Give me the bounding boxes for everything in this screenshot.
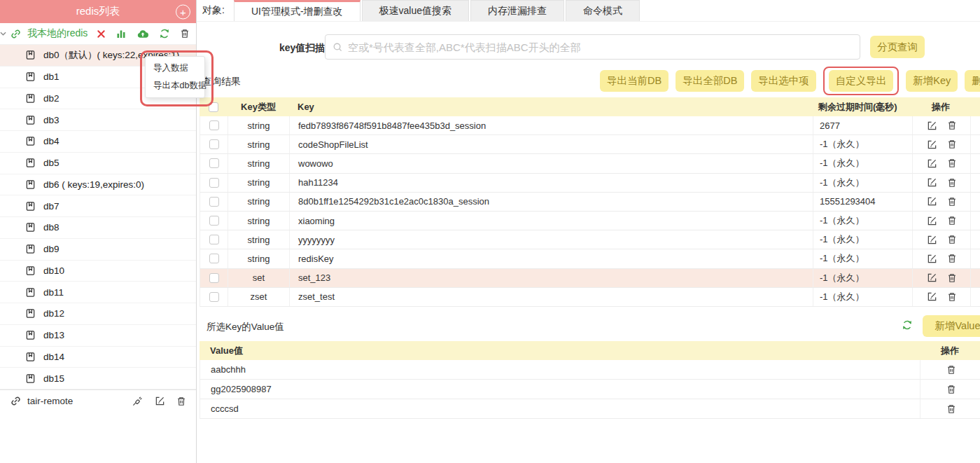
refresh-icon[interactable] — [159, 28, 170, 39]
chevron-down-icon[interactable] — [0, 32, 6, 36]
edit-icon[interactable] — [927, 196, 937, 207]
export-selected-button[interactable]: 导出选中项 — [751, 70, 816, 92]
trash-icon[interactable] — [947, 158, 957, 169]
value-ops-cell — [920, 360, 980, 379]
db-label: db5 — [43, 158, 59, 168]
table-row[interactable]: string8d0b1ff1e1254292b31c1e2ac0c1830a_s… — [200, 193, 980, 212]
sidebar-db-item[interactable]: db5 — [0, 153, 196, 174]
edit-icon[interactable] — [927, 120, 937, 131]
value-row[interactable]: aabchhh — [200, 360, 980, 380]
add-connection-button[interactable]: + — [176, 4, 190, 19]
table-row[interactable]: stringxiaoming-1（永久） — [200, 212, 980, 230]
tab-ui-manage-mode[interactable]: UI管理模式-增删查改 — [234, 0, 360, 21]
table-row[interactable]: stringwowowo-1（永久） — [200, 154, 980, 173]
trash-icon[interactable] — [947, 215, 957, 226]
connect-icon[interactable] — [132, 395, 144, 407]
edit-icon[interactable] — [155, 396, 165, 406]
popup-item-export-db-data[interactable]: 导出本db数据 — [146, 80, 204, 92]
value-table: Value值 操作 aabchhhgg2025908987ccccsd — [200, 341, 980, 419]
paginate-query-button[interactable]: 分页查询 — [870, 36, 925, 58]
row-checkbox[interactable] — [209, 158, 219, 168]
table-row[interactable]: stringredisKey-1（永久） — [200, 249, 980, 268]
trash-icon[interactable] — [947, 120, 957, 131]
row-checkbox[interactable] — [209, 292, 219, 302]
db-label: db14 — [43, 352, 64, 362]
trash-icon[interactable] — [947, 177, 957, 188]
edit-icon[interactable] — [927, 254, 937, 264]
row-checkbox[interactable] — [209, 178, 219, 188]
key-type-cell: string — [228, 135, 290, 153]
table-row[interactable]: stringfedb7893f86748f591b8487fee435b3d_s… — [200, 116, 980, 135]
add-key-button[interactable]: 新增Key — [906, 70, 958, 92]
trash-icon[interactable] — [947, 234, 957, 245]
row-checkbox[interactable] — [209, 120, 219, 130]
edit-icon[interactable] — [927, 291, 937, 302]
trash-icon[interactable] — [947, 253, 957, 264]
export-all-db-button[interactable]: 导出全部DB — [676, 70, 744, 92]
trash-icon[interactable] — [947, 272, 957, 284]
table-row[interactable]: stringyyyyyyyy-1（永久） — [200, 230, 980, 249]
tab-fast-value-search[interactable]: 极速value值搜索 — [362, 0, 469, 21]
db-label: db2 — [43, 93, 59, 104]
sidebar-db-item[interactable]: db6 ( keys:19,expires:0) — [0, 174, 196, 196]
row-checkbox[interactable] — [209, 235, 219, 244]
sidebar-db-item[interactable]: db15 — [0, 368, 196, 389]
sidebar-title: redis列表 — [76, 5, 120, 18]
chart-icon[interactable] — [115, 28, 127, 39]
ttl-cell: -1（永久） — [813, 288, 912, 306]
table-row[interactable]: setset_123-1（永久） — [200, 269, 980, 288]
db-label: db15 — [43, 373, 64, 384]
edit-icon[interactable] — [927, 158, 937, 169]
value-row[interactable]: gg2025908987 — [200, 380, 980, 399]
table-row[interactable]: stringcodeShopFileList-1（永久） — [200, 135, 980, 154]
export-current-db-button[interactable]: 导出当前DB — [600, 70, 668, 92]
key-type-cell: set — [228, 269, 290, 287]
trash-icon[interactable] — [947, 196, 957, 207]
row-checkbox[interactable] — [209, 273, 219, 283]
key-scan-input[interactable] — [348, 41, 853, 53]
edit-icon[interactable] — [927, 216, 937, 226]
trash-icon[interactable] — [180, 28, 190, 39]
sidebar-db-item[interactable]: db10 — [0, 261, 196, 282]
refresh-values-icon[interactable] — [902, 319, 913, 331]
row-checkbox[interactable] — [209, 216, 219, 226]
sidebar-db-item[interactable]: db11 — [0, 282, 196, 303]
trash-icon[interactable] — [947, 139, 957, 150]
close-icon[interactable] — [97, 29, 106, 39]
sidebar-db-item[interactable]: db9 — [0, 239, 196, 261]
edit-icon[interactable] — [927, 139, 937, 150]
table-row[interactable]: stringhah11234-1（永久） — [200, 174, 980, 193]
sidebar-db-item[interactable]: db12 — [0, 303, 196, 325]
trash-icon[interactable] — [947, 291, 957, 303]
sidebar-db-item[interactable]: db7 — [0, 195, 196, 217]
tab-command-mode[interactable]: 命令模式 — [566, 0, 640, 21]
row-checkbox[interactable] — [209, 139, 219, 149]
tair-connection-row[interactable]: tair-remote — [0, 389, 196, 412]
tab-memory-leak-check[interactable]: 内存泄漏排查 — [470, 0, 564, 21]
sidebar-db-item[interactable]: db14 — [0, 347, 196, 368]
sidebar-db-item[interactable]: db4 — [0, 131, 196, 153]
trash-icon[interactable] — [946, 384, 956, 395]
book-icon — [25, 158, 36, 168]
edit-icon[interactable] — [927, 235, 937, 245]
row-checkbox[interactable] — [209, 197, 219, 207]
sidebar-db-item[interactable]: db3 — [0, 109, 196, 131]
db-label: db11 — [43, 287, 64, 298]
trash-icon[interactable] — [946, 403, 956, 415]
cloud-upload-icon[interactable] — [136, 29, 149, 39]
edit-icon[interactable] — [927, 272, 937, 283]
custom-export-button[interactable]: 自定义导出 — [829, 70, 894, 92]
row-checkbox[interactable] — [209, 254, 219, 263]
trash-icon[interactable] — [176, 396, 186, 407]
popup-item-import-data[interactable]: 导入数据 — [146, 62, 204, 74]
add-value-button[interactable]: 新增Value — [923, 315, 980, 337]
sidebar-db-item[interactable]: db13 — [0, 325, 196, 347]
edit-icon[interactable] — [927, 177, 937, 188]
value-row[interactable]: ccccsd — [200, 399, 980, 419]
sidebar-db-item[interactable]: db8 — [0, 217, 196, 239]
connection-row[interactable]: 我本地的redis — [0, 23, 196, 45]
header-checkbox[interactable] — [209, 102, 218, 112]
delete-button[interactable]: 删除 — [965, 70, 980, 92]
table-row[interactable]: zsetzset_test-1（永久） — [200, 288, 980, 307]
trash-icon[interactable] — [946, 364, 956, 375]
